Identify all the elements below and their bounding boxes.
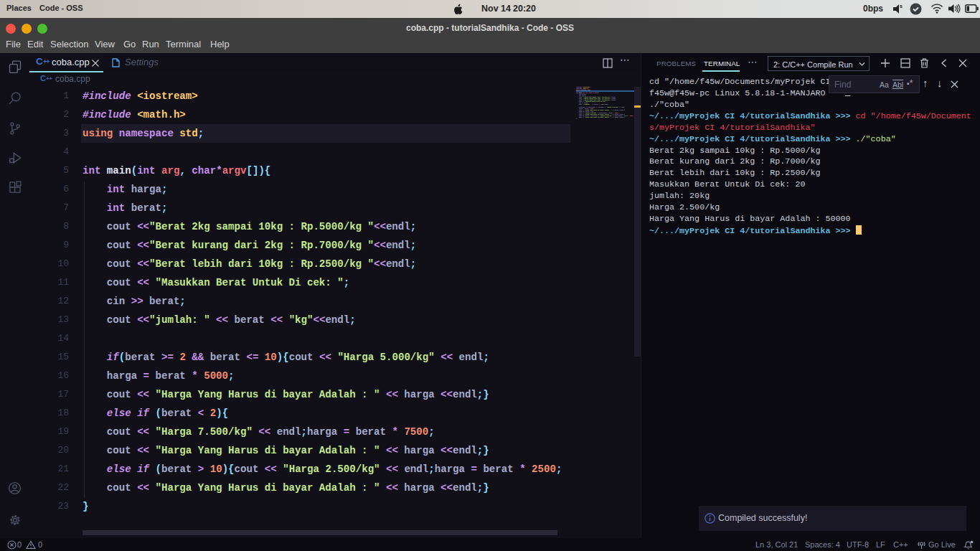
- svg-text:s: s: [900, 4, 903, 9]
